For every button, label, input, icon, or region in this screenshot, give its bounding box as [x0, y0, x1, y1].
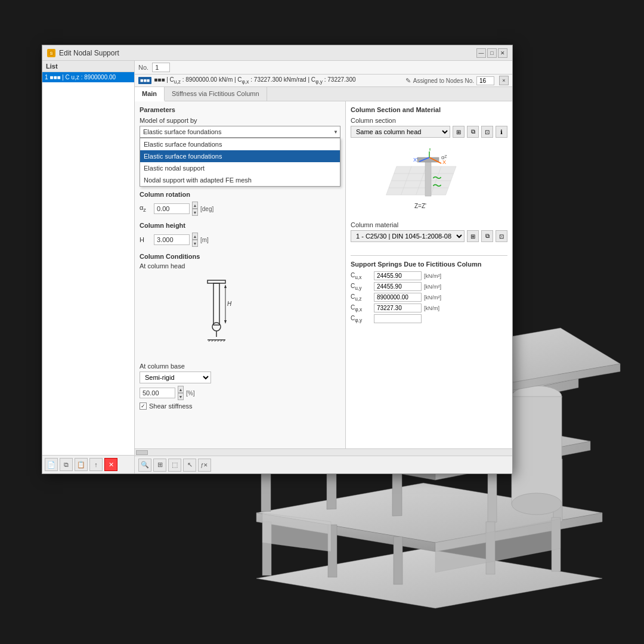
title-bar: S Edit Nodal Support — □ ✕: [42, 45, 512, 61]
springs-section: Support Springs Due to Fictitious Column…: [351, 255, 507, 325]
title-buttons: — □ ✕: [476, 48, 507, 58]
pct-spin-down[interactable]: ▼: [178, 393, 184, 400]
assigned-label: Assigned to Nodes No.: [413, 78, 474, 84]
shear-stiffness-row: ✓ Shear stiffness: [140, 402, 340, 410]
H-spinner: ▲ ▼: [192, 233, 198, 247]
spring-row-4: Cφ,x [kN/m]: [351, 304, 507, 312]
dropdown-item-3[interactable]: Elastic nodal support: [140, 162, 340, 174]
h-scrollbar[interactable]: [135, 448, 512, 456]
col-section-dropdown-row: Same as column head ⊞ ⧉ ⊡ ℹ: [351, 126, 507, 138]
col-base-dropdown[interactable]: Semi-rigid: [140, 371, 211, 383]
spring-row-2: Cu,y [kN/m²]: [351, 282, 507, 291]
col-material-icon-3[interactable]: ⊡: [496, 230, 507, 242]
col-base-pct-input[interactable]: [140, 388, 175, 398]
right-diagram-panel: Column Section and Material Column secti…: [346, 101, 512, 448]
svg-text:Z=Z': Z=Z': [414, 203, 426, 209]
col-material-group: Column material 1 - C25/30 | DIN 1045-1:…: [351, 221, 507, 246]
col-material-label: Column material: [351, 221, 507, 228]
H-spin-up[interactable]: ▲: [192, 233, 198, 240]
dropdown-popup: Elastic surface foundations Elastic surf…: [140, 138, 340, 187]
edit-icon[interactable]: ✎: [405, 77, 411, 85]
svg-rect-15: [394, 537, 402, 584]
move-btn[interactable]: ↑: [89, 458, 103, 471]
list-item[interactable]: 1 ■■■ | C u,z : 8900000.00: [42, 72, 134, 82]
H-spin-down[interactable]: ▼: [192, 240, 198, 247]
rotation-title: Column rotation: [140, 191, 340, 198]
spring-input-1[interactable]: [374, 271, 422, 280]
close-button[interactable]: ✕: [498, 48, 507, 58]
az-input[interactable]: [154, 203, 190, 214]
col-material-icon-2[interactable]: ⧉: [481, 230, 493, 242]
az-row: αz ▲ ▼ [deg]: [140, 202, 340, 216]
at-column-base-group: At column base Semi-rigid ▲ ▼: [140, 363, 340, 400]
cursor-btn[interactable]: ↖: [183, 459, 196, 472]
paste-btn[interactable]: 📋: [75, 458, 88, 471]
dialog-body: List 1 ■■■ | C u,z : 8900000.00 📄 ⧉ 📋 ↑ …: [42, 61, 512, 473]
springs-title: Support Springs Due to Fictitious Column: [351, 261, 507, 268]
app-icon: S: [47, 49, 55, 57]
new-btn[interactable]: 📄: [45, 458, 58, 471]
list-header: List: [42, 61, 134, 72]
conditions-title: Column Conditions: [140, 253, 340, 260]
svg-text:Y: Y: [428, 148, 432, 152]
col-base-dropdown-row: Semi-rigid: [140, 371, 340, 383]
shear-label: Shear stiffness: [149, 402, 193, 410]
col-section-info-btn[interactable]: ℹ: [496, 126, 507, 138]
col-material-select[interactable]: 1 - C25/30 | DIN 1045-1:2008-08: [351, 230, 465, 242]
col-base-pct-row: ▲ ▼ [%]: [140, 386, 340, 400]
svg-text:αZ: αZ: [441, 154, 447, 160]
tab-main[interactable]: Main: [135, 87, 165, 101]
params-title: Parameters: [140, 106, 340, 113]
delete-btn[interactable]: ✕: [104, 458, 117, 471]
name-bar: ■■■ ■■■ | Cu,z : 8900000.00 kN/m | Cφ,x …: [135, 75, 512, 87]
dropdown-item-2[interactable]: Elastic surface foundations: [140, 150, 340, 162]
svg-marker-34: [224, 320, 227, 324]
no-input[interactable]: 1: [152, 63, 170, 72]
assigned-input[interactable]: [476, 76, 494, 85]
at-col-base-label: At column base: [140, 363, 340, 370]
col-section-icon-1[interactable]: ⊞: [453, 126, 465, 138]
height-title: Column height: [140, 222, 340, 229]
spring-row-5: Cφ,y: [351, 314, 507, 323]
func-btn[interactable]: ƒ✕: [198, 459, 211, 472]
H-row: H ▲ ▼ [m]: [140, 233, 340, 247]
col-section-icon-2[interactable]: ⧉: [467, 126, 479, 138]
col-base-pct-spinner: ▲ ▼: [178, 386, 184, 400]
minimize-button[interactable]: —: [476, 48, 486, 58]
column-conditions-group: Column Conditions At column head: [140, 253, 340, 410]
tab-stiffness[interactable]: Stiffness via Fictitious Column: [165, 87, 267, 101]
col-material-icon-1[interactable]: ⊞: [467, 230, 479, 242]
shear-checkbox[interactable]: ✓: [140, 402, 147, 410]
select-btn[interactable]: ⬚: [168, 459, 181, 472]
svg-marker-33: [224, 284, 227, 288]
H-input[interactable]: [154, 234, 190, 245]
col-section-label: Column section: [351, 117, 507, 124]
main-content-area: Parameters Model of support by Elastic s…: [135, 101, 512, 448]
dropdown-item-4[interactable]: Nodal support with adapted FE mesh: [140, 174, 340, 186]
svg-rect-31: [213, 283, 219, 325]
coord-diagram-container: 〜 〜 Y X X' Z=Z' αZ: [351, 148, 507, 214]
maximize-button[interactable]: □: [487, 48, 497, 58]
spring-row-1: Cu,x [kN/m²]: [351, 271, 507, 280]
section-close-btn[interactable]: ×: [499, 76, 509, 85]
spring-input-4[interactable]: [374, 304, 422, 312]
az-spin-down[interactable]: ▼: [192, 209, 198, 216]
spring-input-2[interactable]: [374, 282, 422, 291]
model-dropdown[interactable]: Elastic surface foundations: [140, 126, 340, 138]
col-section-select[interactable]: Same as column head: [351, 126, 450, 138]
dropdown-item-1[interactable]: Elastic surface foundations: [140, 138, 340, 150]
zoom-btn[interactable]: 🔍: [138, 459, 151, 472]
copy-btn[interactable]: ⧉: [60, 458, 73, 471]
svg-text:X': X': [413, 157, 418, 163]
spring-input-3[interactable]: [374, 293, 422, 302]
grid-btn[interactable]: ⊞: [153, 459, 166, 472]
svg-text:〜: 〜: [432, 181, 442, 191]
scroll-thumb[interactable]: [136, 450, 148, 455]
height-group: Column height H ▲ ▼ [m]: [140, 222, 340, 247]
svg-text:H: H: [227, 301, 232, 307]
spring-input-5[interactable]: [374, 314, 422, 323]
pct-spin-up[interactable]: ▲: [178, 386, 184, 393]
spring-label-5: Cφ,y: [351, 315, 371, 323]
az-spin-up[interactable]: ▲: [192, 202, 198, 209]
col-section-icon-3[interactable]: ⊡: [481, 126, 493, 138]
